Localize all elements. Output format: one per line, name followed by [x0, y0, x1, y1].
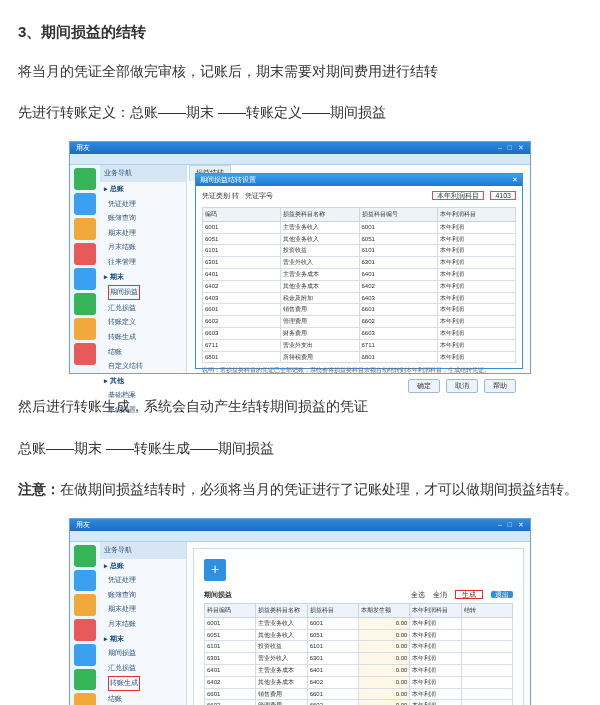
sidebar-app-icon[interactable] [74, 168, 96, 190]
nav-item[interactable]: 转账生成 [100, 330, 186, 345]
nav-item[interactable]: 转账生成 [100, 675, 186, 692]
nav-item[interactable]: 自定义结转 [100, 359, 186, 374]
table-row[interactable]: 6001主营业务收入60010.00本年利润 [205, 617, 513, 629]
max-icon[interactable]: □ [508, 144, 512, 151]
table-row[interactable]: 6601销售费用6601本年利润 [203, 304, 516, 316]
nav-item[interactable]: 基础档案 [100, 388, 186, 403]
sidebar-app-icon[interactable] [74, 243, 96, 265]
table-row[interactable]: 6301营业外收入63010.00本年利润 [205, 653, 513, 665]
select-none[interactable]: 全消 [433, 591, 447, 598]
generate-button[interactable]: 生成 [455, 590, 483, 599]
nav-item[interactable]: 期间损益 [100, 646, 186, 661]
icon-sidebar [70, 165, 100, 373]
nav-item[interactable]: 转账定义 [100, 315, 186, 330]
nav-header: 业务导航 [100, 542, 186, 559]
nav-item[interactable]: 汇兑损益 [100, 301, 186, 316]
nav-group[interactable]: ▸ 期末 [100, 632, 186, 647]
table-row[interactable]: 6101投资收益61010.00本年利润 [205, 641, 513, 653]
nav-group[interactable]: ▸ 总账 [100, 182, 186, 197]
table-row[interactable]: 6402其他业务成本6402本年利润 [203, 280, 516, 292]
screenshot-1: 用友 – □ ✕ 业务导航▸ 总账凭证处理账簿查询期末处理月末结账往来管理▸ 期… [18, 141, 582, 374]
main-area: + 期间损益 全选 全消 生成 退出 科目编码损益类科目名称损益科目本期发生额本… [187, 542, 530, 705]
exit-button[interactable]: 退出 [491, 591, 513, 598]
sidebar-app-icon[interactable] [74, 293, 96, 315]
nav-item[interactable]: 往来管理 [100, 255, 186, 270]
add-button[interactable]: + [204, 559, 226, 581]
table-row[interactable]: 6051其他业务收入60510.00本年利润 [205, 629, 513, 641]
nav-item[interactable]: 汇兑损益 [100, 661, 186, 676]
table-row[interactable]: 6711营业外支出6711本年利润 [203, 339, 516, 351]
generate-panel: + 期间损益 全选 全消 生成 退出 科目编码损益类科目名称损益科目本期发生额本… [193, 548, 524, 705]
dialog-button[interactable]: 帮助 [484, 379, 516, 394]
table-row[interactable]: 6602管理费用66020.00本年利润 [205, 700, 513, 705]
sidebar-app-icon[interactable] [74, 693, 96, 705]
close-icon[interactable]: ✕ [518, 521, 524, 528]
table-row[interactable]: 6402其他业务成本64020.00本年利润 [205, 676, 513, 688]
nav-item-highlighted[interactable]: 转账生成 [108, 676, 140, 691]
table-row[interactable]: 6801所得税费用6801本年利润 [203, 351, 516, 363]
table-row[interactable]: 6001主营业务收入6001本年利润 [203, 221, 516, 233]
dialog-button[interactable]: 取消 [446, 379, 478, 394]
dialog-top-left: 凭证类别 转凭证字号 [202, 190, 279, 203]
nav-item[interactable]: 账簿查询 [100, 588, 186, 603]
table-row[interactable]: 6301营业外收入6301本年利润 [203, 257, 516, 269]
window-titlebar: 用友 – □ ✕ [70, 519, 530, 531]
nav-item[interactable]: 凭证处理 [100, 573, 186, 588]
nav-group[interactable]: ▸ 期末 [100, 270, 186, 285]
profit-acct-value[interactable]: 4103 [490, 191, 516, 200]
min-icon[interactable]: – [498, 521, 502, 528]
dialog: 期间损益结转设置 ✕ 凭证类别 转凭证字号 本年利润科目 4103 编码 [195, 173, 523, 369]
min-icon[interactable]: – [498, 144, 502, 151]
dialog-note: 说明：若损益类科目的凭证已全部记账，系统会将损益类科目余额自动结转到本年利润科目… [202, 367, 516, 374]
nav-item[interactable]: 账簿查询 [100, 211, 186, 226]
table-row[interactable]: 6051其他业务收入6051本年利润 [203, 233, 516, 245]
nav-group[interactable]: ▸ 其他 [100, 374, 186, 389]
nav-group[interactable]: ▸ 总账 [100, 559, 186, 574]
sidebar-app-icon[interactable] [74, 644, 96, 666]
sidebar-app-icon[interactable] [74, 669, 96, 691]
table-row[interactable]: 6101投资收益6101本年利润 [203, 245, 516, 257]
nav-item[interactable]: 期间损益 [100, 284, 186, 301]
note-text: 在做期间损益结转时，必须将当月的凭证进行了记账处理，才可以做期间损益结转。 [60, 481, 578, 497]
table-row[interactable]: 6401主营业务成本6401本年利润 [203, 268, 516, 280]
nav-item[interactable]: 期末处理 [100, 602, 186, 617]
nav-item-highlighted[interactable]: 期间损益 [108, 285, 140, 300]
col-header: 结转 [461, 603, 512, 617]
nav-item[interactable]: 系统设置 [100, 403, 186, 418]
sidebar-app-icon[interactable] [74, 594, 96, 616]
table-row[interactable]: 6403税金及附加6403本年利润 [203, 292, 516, 304]
max-icon[interactable]: □ [508, 521, 512, 528]
nav-item[interactable]: 结账 [100, 692, 186, 705]
table-row[interactable]: 6401主营业务成本64010.00本年利润 [205, 664, 513, 676]
nav-item[interactable]: 凭证处理 [100, 197, 186, 212]
nav-item[interactable]: 月末结账 [100, 240, 186, 255]
sidebar-app-icon[interactable] [74, 570, 96, 592]
sidebar-app-icon[interactable] [74, 545, 96, 567]
select-all[interactable]: 全选 [411, 591, 425, 598]
table-row[interactable]: 6601销售费用66010.00本年利润 [205, 688, 513, 700]
nav-header: 业务导航 [100, 165, 186, 182]
para-2: 先进行转账定义：总账——期末 ——转账定义——期间损益 [18, 100, 582, 125]
nav-item[interactable]: 结账 [100, 345, 186, 360]
nav-item[interactable]: 月末结账 [100, 617, 186, 632]
panel-title: 期间损益 [204, 589, 232, 602]
sidebar-app-icon[interactable] [74, 343, 96, 365]
sidebar-app-icon[interactable] [74, 218, 96, 240]
sidebar-app-icon[interactable] [74, 619, 96, 641]
nav-item[interactable]: 期末处理 [100, 226, 186, 241]
sidebar-app-icon[interactable] [74, 268, 96, 290]
table-row[interactable]: 6602管理费用6602本年利润 [203, 316, 516, 328]
sidebar-app-icon[interactable] [74, 193, 96, 215]
profit-acct-label: 本年利润科目 [432, 191, 484, 200]
sidebar-app-icon[interactable] [74, 318, 96, 340]
table-row[interactable]: 6603财务费用6603本年利润 [203, 327, 516, 339]
nav-tree[interactable]: 业务导航▸ 总账凭证处理账簿查询期末处理月末结账往来管理▸ 期末期间损益汇兑损益… [100, 165, 187, 373]
app-title: 用友 [76, 142, 90, 155]
note-line: 注意：在做期间损益结转时，必须将当月的凭证进行了记账处理，才可以做期间损益结转。 [18, 477, 582, 502]
nav-tree[interactable]: 业务导航▸ 总账凭证处理账簿查询期末处理月末结账▸ 期末期间损益汇兑损益转账生成… [100, 542, 187, 705]
screenshot-2: 用友 – □ ✕ 业务导航▸ 总账凭证处理账簿查询期末处理月末结账▸ 期末期间损… [18, 518, 582, 705]
dialog-button[interactable]: 确定 [408, 379, 440, 394]
note-label: 注意： [18, 481, 60, 497]
close-icon[interactable]: ✕ [518, 144, 524, 151]
dialog-close-icon[interactable]: ✕ [512, 174, 518, 187]
